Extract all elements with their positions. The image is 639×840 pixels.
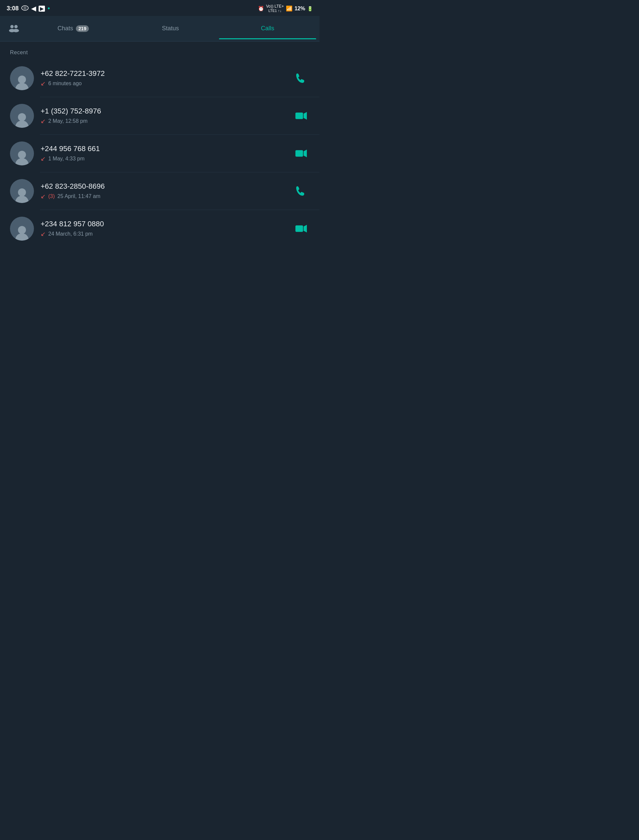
svg-rect-8: [296, 150, 303, 157]
avatar: [10, 141, 34, 165]
recent-label: Recent: [0, 41, 320, 60]
call-action-phone[interactable]: [292, 70, 310, 87]
call-info: +1 (352) 752-8976 ↙ 2 May, 12:58 pm: [41, 107, 286, 125]
missed-arrow-icon: ↙: [41, 230, 46, 238]
call-number: +62 822-7221-3972: [41, 69, 286, 78]
call-time: 24 March, 6:31 pm: [48, 231, 92, 237]
avatar-head: [18, 76, 26, 84]
call-detail: ↙ 6 minutes ago: [41, 80, 286, 87]
avatar-body: [15, 83, 29, 90]
battery-icon: 🔋: [307, 6, 313, 11]
tab-status[interactable]: Status: [122, 17, 219, 39]
svg-marker-7: [304, 112, 307, 119]
call-time: 6 minutes ago: [48, 81, 82, 87]
svg-marker-11: [304, 225, 307, 232]
call-item[interactable]: +244 956 768 661 ↙ 1 May, 4:33 pm: [0, 135, 320, 172]
call-number: +244 956 768 661: [41, 144, 286, 153]
avatar: [10, 179, 34, 203]
call-item[interactable]: +234 812 957 0880 ↙ 24 March, 6:31 pm: [0, 210, 320, 247]
missed-arrow-icon: ↙: [41, 118, 46, 125]
call-item[interactable]: +62 823-2850-8696 ↙ (3) 25 April, 11:47 …: [0, 172, 320, 210]
missed-arrow-icon: ↙: [41, 155, 46, 162]
avatar-head: [18, 113, 26, 121]
call-info: +244 956 768 661 ↙ 1 May, 4:33 pm: [41, 144, 286, 162]
people-icon: [9, 23, 19, 33]
call-action-phone[interactable]: [292, 183, 310, 200]
call-time: 25 April, 11:47 am: [57, 193, 100, 199]
avatar-head: [18, 188, 26, 196]
call-info: +62 822-7221-3972 ↙ 6 minutes ago: [41, 69, 286, 87]
network-label: Vo)) LTE+ LTE1 ↑↓: [266, 4, 284, 13]
svg-point-5: [13, 29, 19, 32]
avatar-person: [13, 111, 30, 128]
nav-bar: Chats 219 Status Calls: [0, 16, 320, 41]
svg-point-2: [10, 25, 14, 28]
tab-chats-label: Chats: [57, 25, 73, 32]
svg-rect-6: [296, 113, 303, 119]
video-icon: [295, 148, 307, 159]
call-time: 1 May, 4:33 pm: [48, 156, 84, 162]
media-icon-1: [21, 5, 29, 11]
alarm-icon: ⏰: [258, 6, 264, 12]
call-action-video[interactable]: [292, 145, 310, 162]
missed-arrow-icon: ↙: [41, 193, 46, 200]
call-number: +1 (352) 752-8976: [41, 107, 286, 116]
video-icon: [295, 223, 307, 235]
svg-marker-9: [304, 149, 307, 157]
avatar: [10, 66, 34, 90]
status-right: ⏰ Vo)) LTE+ LTE1 ↑↓ 📶 12% 🔋: [258, 4, 313, 13]
avatar-person: [13, 186, 30, 203]
chats-badge: 219: [76, 25, 89, 32]
svg-rect-10: [296, 225, 303, 232]
battery-percent: 12%: [294, 6, 305, 12]
call-item[interactable]: +62 822-7221-3972 ↙ 6 minutes ago: [0, 60, 320, 97]
play-icon: ▶: [39, 6, 45, 12]
signal-icon: 📶: [286, 5, 292, 12]
groups-icon[interactable]: [3, 16, 25, 41]
call-action-video[interactable]: [292, 220, 310, 237]
avatar-body: [15, 121, 29, 128]
call-detail: ↙ (3) 25 April, 11:47 am: [41, 193, 286, 200]
time-display: 3:08: [7, 5, 19, 12]
tab-status-label: Status: [162, 25, 179, 32]
phone-icon: [295, 185, 307, 197]
svg-point-3: [14, 25, 17, 28]
svg-point-1: [23, 6, 27, 10]
avatar-body: [15, 196, 29, 203]
call-detail: ↙ 24 March, 6:31 pm: [41, 230, 286, 238]
call-number: +62 823-2850-8696: [41, 182, 286, 191]
avatar-head: [18, 151, 26, 159]
call-time: 2 May, 12:58 pm: [48, 118, 87, 124]
call-detail: ↙ 1 May, 4:33 pm: [41, 155, 286, 162]
avatar-person: [13, 223, 30, 241]
missed-count: (3): [48, 193, 55, 199]
avatar-person: [13, 148, 30, 165]
call-item[interactable]: +1 (352) 752-8976 ↙ 2 May, 12:58 pm: [0, 97, 320, 135]
missed-arrow-icon: ↙: [41, 80, 46, 87]
avatar-body: [15, 233, 29, 241]
avatar: [10, 217, 34, 241]
call-info: +234 812 957 0880 ↙ 24 March, 6:31 pm: [41, 220, 286, 238]
status-bar: 3:08 ◀ ▶ • ⏰ Vo)) LTE+ LTE1 ↑↓ 📶 12% 🔋: [0, 0, 320, 16]
avatar-person: [13, 73, 30, 90]
tab-calls[interactable]: Calls: [219, 17, 316, 39]
tab-calls-label: Calls: [261, 25, 274, 32]
call-action-video[interactable]: [292, 107, 310, 124]
call-detail: ↙ 2 May, 12:58 pm: [41, 118, 286, 125]
media-icons: [21, 5, 29, 12]
arrow-icon: ◀: [31, 5, 36, 12]
call-info: +62 823-2850-8696 ↙ (3) 25 April, 11:47 …: [41, 182, 286, 200]
status-left: 3:08 ◀ ▶ •: [7, 5, 50, 12]
call-number: +234 812 957 0880: [41, 220, 286, 228]
dot-indicator: •: [48, 5, 50, 12]
video-icon: [295, 110, 307, 122]
call-list: +62 822-7221-3972 ↙ 6 minutes ago +1 (35…: [0, 60, 320, 247]
avatar-head: [18, 226, 26, 234]
tab-chats[interactable]: Chats 219: [25, 17, 122, 39]
avatar: [10, 104, 34, 128]
phone-icon: [295, 72, 307, 84]
avatar-body: [15, 158, 29, 165]
